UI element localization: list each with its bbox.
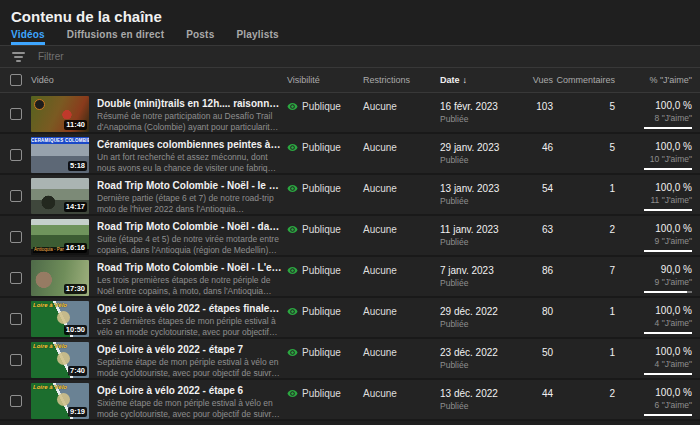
like-percent: 100,0 % bbox=[655, 141, 692, 152]
date-value: 13 janv. 2023 bbox=[440, 183, 499, 194]
like-bar bbox=[644, 168, 692, 170]
row-checkbox[interactable] bbox=[10, 190, 22, 202]
date-status: Publiée bbox=[440, 360, 498, 370]
table-row: 14:17 Road Trip Moto Colombie - Noël - l… bbox=[0, 175, 700, 216]
restrictions-cell: Aucune bbox=[363, 101, 397, 112]
filter-input[interactable] bbox=[38, 51, 338, 62]
like-percent: 100,0 % bbox=[655, 100, 692, 111]
like-bar-fill bbox=[644, 291, 687, 293]
visibility-cell[interactable]: Publique bbox=[287, 388, 341, 399]
date-value: 29 déc. 2022 bbox=[440, 306, 498, 317]
like-percent: 100,0 % bbox=[655, 387, 692, 398]
visibility-label: Publique bbox=[302, 388, 341, 399]
like-percent: 100,0 % bbox=[655, 223, 692, 234]
like-count: 9 "J'aime" bbox=[655, 236, 692, 246]
video-title[interactable]: Opé Loire à vélo 2022 - étapes finales (… bbox=[97, 303, 282, 314]
visibility-cell[interactable]: Publique bbox=[287, 347, 341, 358]
video-thumbnail[interactable]: Loire à Vélo 10:50 bbox=[31, 301, 89, 337]
like-cell: 100,0 % 6 "J'aime" bbox=[622, 387, 692, 416]
video-thumbnail[interactable]: Loire à Vélo 7:40 bbox=[31, 342, 89, 378]
views-cell: 63 bbox=[542, 224, 553, 235]
date-cell: 16 févr. 2023 Publiée bbox=[440, 101, 498, 124]
video-thumbnail[interactable]: Antioquia - Partie 16:16 bbox=[31, 219, 89, 255]
tab-playlists[interactable]: Playlists bbox=[236, 29, 278, 45]
visibility-label: Publique bbox=[302, 142, 341, 153]
row-checkbox[interactable] bbox=[10, 108, 22, 120]
row-checkbox[interactable] bbox=[10, 313, 22, 325]
column-header-date[interactable]: Date↓ bbox=[440, 75, 467, 85]
comments-cell: 2 bbox=[609, 388, 615, 399]
public-eye-icon bbox=[287, 388, 298, 399]
video-thumbnail[interactable]: 14:17 bbox=[31, 178, 89, 214]
video-description: Dernière partie (étape 6 et 7) de notre … bbox=[97, 193, 280, 214]
tab-live[interactable]: Diffusions en direct bbox=[67, 29, 164, 45]
public-eye-icon bbox=[287, 101, 298, 112]
row-checkbox[interactable] bbox=[10, 395, 22, 407]
row-checkbox[interactable] bbox=[10, 149, 22, 161]
page-title: Contenu de la chaîne bbox=[0, 0, 700, 28]
select-all-checkbox[interactable] bbox=[10, 74, 22, 86]
row-checkbox[interactable] bbox=[10, 272, 22, 284]
visibility-label: Publique bbox=[302, 265, 341, 276]
like-bar bbox=[644, 332, 692, 334]
date-status: Publiée bbox=[440, 237, 499, 247]
like-bar-fill bbox=[644, 209, 692, 211]
visibility-cell[interactable]: Publique bbox=[287, 306, 341, 317]
public-eye-icon bbox=[287, 347, 298, 358]
comments-cell: 1 bbox=[609, 183, 615, 194]
like-percent: 100,0 % bbox=[655, 182, 692, 193]
video-thumbnail[interactable]: 17:30 bbox=[31, 260, 89, 296]
row-checkbox[interactable] bbox=[10, 354, 22, 366]
like-bar bbox=[644, 250, 692, 252]
views-cell: 103 bbox=[536, 101, 553, 112]
like-cell: 100,0 % 4 "J'aime" bbox=[622, 346, 692, 375]
video-title[interactable]: Road Trip Moto Colombie - Noël - L'eupho… bbox=[97, 262, 282, 273]
video-thumbnail[interactable]: CERAMIQUES COLOMBIENNES 5:18 bbox=[31, 137, 89, 173]
visibility-label: Publique bbox=[302, 101, 341, 112]
date-cell: 23 déc. 2022 Publiée bbox=[440, 347, 498, 370]
like-bar-fill bbox=[644, 127, 692, 129]
like-cell: 100,0 % 8 "J'aime" bbox=[622, 100, 692, 129]
video-title[interactable]: Opé Loire à vélo 2022 - étape 6 bbox=[97, 385, 282, 396]
thumbnail-overlay-text: Loire à Vélo bbox=[33, 384, 67, 391]
video-table-body: 11:40 Double (mini)trails en 12h.... rai… bbox=[0, 93, 700, 421]
visibility-label: Publique bbox=[302, 347, 341, 358]
video-duration-badge: 14:17 bbox=[64, 202, 87, 212]
date-header-label: Date bbox=[440, 75, 460, 85]
column-header-comments: Commentaires bbox=[556, 75, 615, 85]
video-title[interactable]: Double (mini)trails en 12h.... raisonnab… bbox=[97, 98, 282, 109]
row-checkbox[interactable] bbox=[10, 231, 22, 243]
date-value: 29 janv. 2023 bbox=[440, 142, 499, 153]
visibility-cell[interactable]: Publique bbox=[287, 142, 341, 153]
visibility-label: Publique bbox=[302, 306, 341, 317]
like-bar-fill bbox=[644, 332, 692, 334]
date-cell: 29 déc. 2022 Publiée bbox=[440, 306, 498, 329]
public-eye-icon bbox=[287, 142, 298, 153]
video-description: Les trois premières étapes de notre péri… bbox=[97, 275, 280, 296]
like-count: 10 "J'aime" bbox=[650, 154, 692, 164]
tab-videos[interactable]: Vidéos bbox=[11, 29, 45, 45]
like-bar-fill bbox=[644, 414, 692, 416]
video-title[interactable]: Céramiques colombiennes peintes à la mai… bbox=[97, 139, 282, 150]
date-cell: 11 janv. 2023 Publiée bbox=[440, 224, 499, 247]
like-percent: 100,0 % bbox=[655, 305, 692, 316]
filter-bar[interactable] bbox=[0, 46, 700, 68]
video-title[interactable]: Road Trip Moto Colombie - Noël - le coup… bbox=[97, 180, 282, 191]
column-header-views: Vues bbox=[533, 75, 553, 85]
like-bar bbox=[644, 291, 692, 293]
video-title[interactable]: Opé Loire à vélo 2022 - étape 7 bbox=[97, 344, 282, 355]
visibility-cell[interactable]: Publique bbox=[287, 224, 341, 235]
like-bar bbox=[644, 414, 692, 416]
video-title[interactable]: Road Trip Moto Colombie - Noël - dans le… bbox=[97, 221, 282, 232]
table-header-row: Vidéo Visibilité Restrictions Date↓ Vues… bbox=[0, 68, 700, 93]
video-thumbnail[interactable]: Loire à Vélo 9:19 bbox=[31, 383, 89, 419]
comments-cell: 5 bbox=[609, 101, 615, 112]
like-count: 11 "J'aime" bbox=[650, 195, 692, 205]
visibility-cell[interactable]: Publique bbox=[287, 265, 341, 276]
tab-posts[interactable]: Posts bbox=[186, 29, 214, 45]
comments-cell: 1 bbox=[609, 347, 615, 358]
visibility-cell[interactable]: Publique bbox=[287, 101, 341, 112]
video-duration-badge: 5:18 bbox=[68, 161, 87, 171]
visibility-cell[interactable]: Publique bbox=[287, 183, 341, 194]
video-thumbnail[interactable]: 11:40 bbox=[31, 96, 89, 132]
